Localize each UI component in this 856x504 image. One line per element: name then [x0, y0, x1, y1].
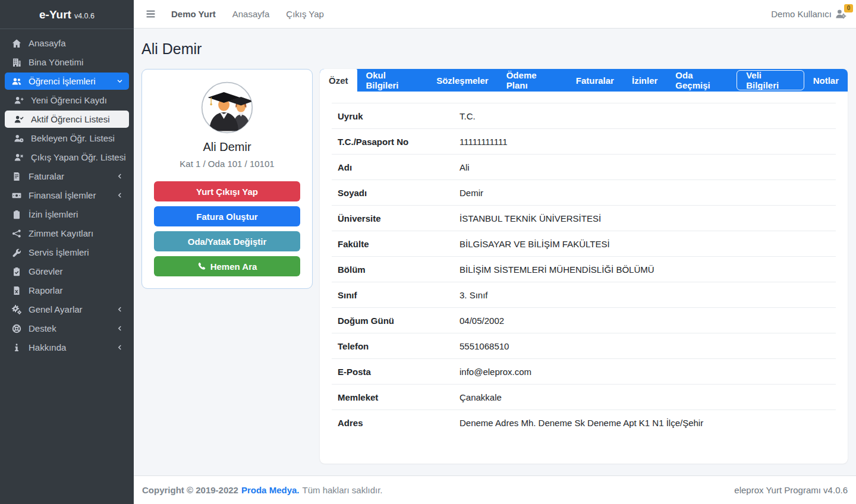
sidebar-item-bina-yonetimi[interactable]: Bina Yönetimi: [5, 53, 129, 71]
yurt-cikisi-yap-button[interactable]: Yurt Çıkışı Yap: [154, 181, 300, 201]
detail-value: 3. Sınıf: [460, 290, 488, 300]
sidebar-item-finansal-islemler[interactable]: Finansal İşlemler: [5, 187, 129, 204]
file-excel-icon: [10, 286, 23, 295]
sidebar-item-yeni-ogrenci-kaydi[interactable]: Yeni Öğrenci Kaydı: [5, 92, 129, 109]
tab-ozet[interactable]: Özet: [320, 69, 357, 92]
topbar-user-name: Demo Kullanıcı: [771, 9, 832, 19]
sidebar-item-bekleyen-ogr-listesi[interactable]: Bekleyen Öğr. Listesi: [5, 130, 129, 147]
detail-row-adres: AdresDeneme Adres Mh. Deneme Sk Deneme A…: [332, 410, 836, 435]
sidebar-item-label: Öğrenci İşlemleri: [29, 76, 96, 86]
topbar-user[interactable]: Demo Kullanıcı 0: [771, 8, 846, 20]
detail-value: 11111111111: [460, 137, 508, 147]
sidebar-item-faturalar[interactable]: Faturalar: [5, 168, 129, 185]
home-icon: [10, 39, 23, 48]
detail-row-uyruk: UyrukT.C.: [332, 103, 836, 128]
sidebar-item-label: Raporlar: [29, 285, 63, 295]
money-bill-icon: [10, 191, 23, 200]
detail-label: T.C./Pasaport No: [338, 137, 460, 147]
menu-icon[interactable]: [146, 9, 156, 19]
sidebar-item-label: Bina Yönetimi: [29, 57, 83, 67]
detail-value: Ali: [460, 162, 470, 172]
building-icon: [10, 58, 23, 67]
footer-company-link[interactable]: Proda Medya.: [241, 485, 300, 495]
tab-faturalar[interactable]: Faturalar: [567, 69, 623, 92]
detail-label: Fakülte: [338, 239, 460, 249]
detail-row-universite: ÜniversiteİSTANBUL TEKNİK ÜNİVERSİTESİ: [332, 205, 836, 231]
chevron-left-icon: [117, 306, 123, 313]
topbar-link-demo-yurt[interactable]: Demo Yurt: [171, 9, 216, 19]
footer-copyright: Copyright © 2019-2022: [142, 485, 238, 495]
footer-app-version: eleprox Yurt Programı v4.0.6: [734, 485, 848, 495]
detail-row-fakulte: FakülteBİLGİSAYAR VE BİLİŞİM FAKÜLTESİ: [332, 231, 836, 256]
sidebar-item-hakkinda[interactable]: Hakkında: [5, 339, 129, 356]
tab-izinler[interactable]: İzinler: [623, 69, 666, 92]
detail-label: Memleket: [338, 392, 460, 402]
hemen-ara-button[interactable]: Hemen Ara: [154, 256, 300, 276]
clipboard-check-icon: [10, 267, 23, 276]
button-label: Hemen Ara: [210, 262, 257, 272]
detail-label: Uyruk: [338, 111, 460, 121]
brand-version: v4.0.6: [74, 12, 95, 20]
tab-oda-gecmisi[interactable]: Oda Geçmişi: [666, 69, 737, 92]
detail-value: T.C.: [460, 111, 476, 121]
sidebar-item-aktif-ogrenci-listesi[interactable]: Aktif Öğrenci Listesi: [5, 111, 129, 128]
brand-name: e-Yurt: [39, 8, 71, 21]
tab-notlar[interactable]: Notlar: [804, 69, 848, 92]
button-label: Fatura Oluştur: [196, 212, 257, 222]
detail-value: BİLİŞİM SİSTEMLERİ MÜHENDİSLİĞİ BÖLÜMÜ: [460, 264, 654, 275]
detail-label: Adı: [338, 162, 460, 172]
sidebar-item-gorevler[interactable]: Görevler: [5, 263, 129, 280]
sidebar-item-raporlar[interactable]: Raporlar: [5, 282, 129, 299]
wrench-icon: [10, 248, 23, 257]
detail-label: Adres: [338, 418, 460, 428]
footer-rights: Tüm hakları saklıdır.: [302, 485, 382, 495]
tab-veli-bilgileri[interactable]: Veli Bilgileri: [737, 70, 804, 90]
detail-label: Doğum Günü: [338, 316, 460, 326]
page-title: Ali Demir: [141, 40, 848, 58]
footer: Copyright © 2019-2022 Proda Medya. Tüm h…: [134, 475, 856, 504]
sidebar-item-destek[interactable]: Destek: [5, 320, 129, 337]
sidebar-item-label: Finansal İşlemler: [29, 190, 96, 200]
detail-label: Bölüm: [338, 264, 460, 275]
detail-value: info@eleprox.com: [460, 367, 531, 377]
avatar: [200, 81, 254, 134]
sidebar-item-label: Destek: [29, 323, 56, 333]
detail-row-sinif: Sınıf3. Sınıf: [332, 282, 836, 307]
sidebar-nav: Anasayfa Bina Yönetimi Öğrenci İşlemleri…: [0, 29, 134, 363]
chevron-left-icon: [117, 344, 123, 351]
sidebar-item-anasayfa[interactable]: Anasayfa: [5, 34, 129, 52]
topbar-link-anasayfa[interactable]: Anasayfa: [232, 9, 270, 19]
student-name: Ali Demir: [154, 140, 300, 154]
chevron-left-icon: [117, 192, 123, 199]
oda-yatak-degistir-button[interactable]: Oda/Yatak Değiştir: [154, 231, 300, 251]
user-cog-icon: 0: [835, 8, 846, 20]
chevron-left-icon: [117, 173, 123, 179]
sidebar-item-label: Çıkış Yapan Öğr. Listesi: [31, 152, 126, 162]
user-check-icon: [12, 115, 25, 124]
detail-value: İSTANBUL TEKNİK ÜNİVERSİTESİ: [460, 213, 601, 223]
fatura-olustur-button[interactable]: Fatura Oluştur: [154, 206, 300, 226]
detail-label: E-Posta: [338, 367, 460, 377]
tab-okul-bilgileri[interactable]: Okul Bilgileri: [357, 69, 428, 92]
student-detail-card: Özet Okul Bilgileri Sözleşmeler Ödeme Pl…: [320, 69, 848, 464]
file-invoice-icon: [10, 172, 23, 181]
brand[interactable]: e-Yurt v4.0.6: [0, 0, 134, 29]
sidebar-item-label: Faturalar: [29, 171, 64, 181]
sidebar-item-label: Görevler: [29, 266, 63, 276]
sidebar-item-servis-islemleri[interactable]: Servis İşlemleri: [5, 244, 129, 261]
detail-row-memleket: MemleketÇanakkale: [332, 384, 836, 410]
user-times-icon: [12, 153, 25, 162]
tab-sozlesmeler[interactable]: Sözleşmeler: [427, 69, 498, 92]
users-icon: [10, 77, 23, 86]
chevron-down-icon: [117, 78, 123, 84]
cogs-icon: [10, 305, 23, 314]
user-plus-icon: [12, 96, 25, 105]
sidebar-item-zimmet-kayitlari[interactable]: Zimmet Kayıtları: [5, 225, 129, 242]
tab-odeme-plani[interactable]: Ödeme Planı: [498, 69, 567, 92]
topbar-link-cikis-yap[interactable]: Çıkış Yap: [286, 9, 324, 19]
sidebar-item-izin-islemleri[interactable]: İzin İşlemleri: [5, 206, 129, 223]
sidebar-item-genel-ayarlar[interactable]: Genel Ayarlar: [5, 301, 129, 318]
detail-value: Çanakkale: [460, 392, 502, 402]
sidebar-item-ogrenci-islemleri[interactable]: Öğrenci İşlemleri: [5, 73, 129, 90]
sidebar-item-cikis-yapan-ogr-listesi[interactable]: Çıkış Yapan Öğr. Listesi: [5, 149, 129, 166]
